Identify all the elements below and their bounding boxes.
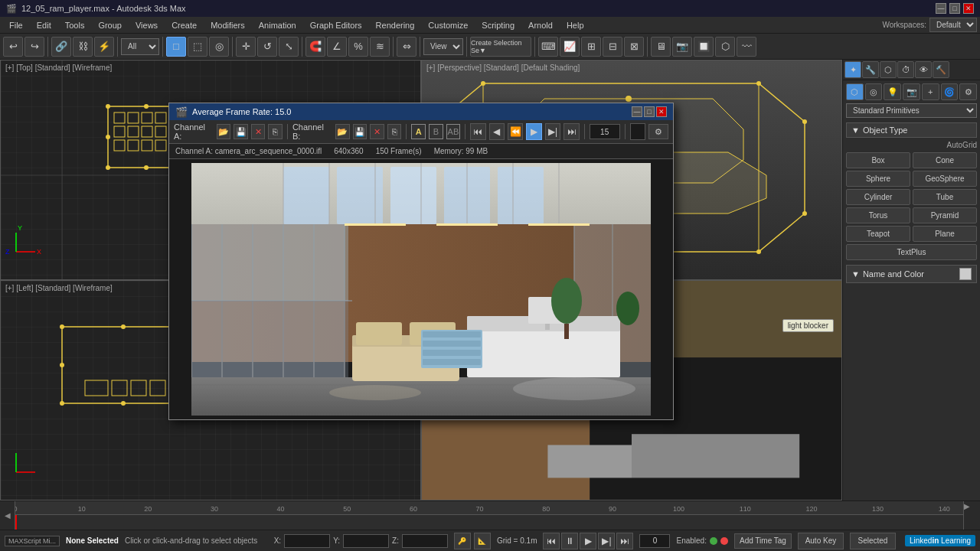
menu-arnold[interactable]: Arnold (522, 19, 559, 31)
y-input[interactable] (343, 534, 389, 548)
close-button[interactable]: ✕ (963, 3, 974, 14)
menu-tools[interactable]: Tools (59, 19, 91, 31)
ram-minimize-button[interactable]: — (632, 106, 642, 117)
timeline-scroll-right[interactable]: ▶ (963, 501, 980, 530)
channel-a-clear-btn[interactable]: ✕ (251, 124, 266, 139)
select-filter-dropdown[interactable]: All (121, 38, 159, 55)
timeline-track[interactable]: 0 10 20 30 40 50 60 70 80 90 100 110 120… (15, 501, 963, 530)
menu-file[interactable]: File (3, 19, 29, 31)
ram-player-title-bar[interactable]: 🎬 Average Frame Rate: 15.0 — □ ✕ (169, 103, 673, 120)
rotate-button[interactable]: ↺ (257, 37, 277, 57)
tube-button[interactable]: Tube (913, 189, 977, 205)
menu-help[interactable]: Help (560, 19, 590, 31)
render-btn[interactable]: 🖥 (651, 37, 671, 57)
prev-start-btn[interactable]: ⏮ (543, 533, 560, 549)
textplus-button[interactable]: TextPlus (846, 244, 977, 260)
ram-prev-btn[interactable]: ◀ (489, 123, 505, 140)
graph-btn[interactable]: 📈 (560, 37, 580, 57)
move-button[interactable]: ✛ (236, 37, 256, 57)
ram-play-fwd-btn[interactable]: ▶ (526, 123, 541, 140)
cols-btn[interactable]: ⊠ (624, 37, 644, 57)
create-tab[interactable]: ✦ (844, 61, 861, 78)
timeline-scroll-left[interactable]: ◀ (0, 501, 15, 530)
playhead[interactable] (15, 515, 17, 530)
geometry-subtab[interactable]: ⬡ (846, 83, 864, 100)
select-button[interactable]: □ (166, 37, 186, 57)
shapes-subtab[interactable]: ◎ (865, 83, 883, 100)
pyramid-button[interactable]: Pyramid (913, 207, 977, 223)
menu-scripting[interactable]: Scripting (475, 19, 521, 31)
hierarchy-tab[interactable]: ⬡ (880, 61, 897, 78)
channel-select-b[interactable]: B (429, 124, 443, 139)
cameras-subtab[interactable]: 📷 (903, 83, 920, 100)
primitives-dropdown[interactable]: Standard Primitives (846, 103, 977, 118)
grid-btn[interactable]: ⊞ (581, 37, 601, 57)
geosphere-button[interactable]: GeoSphere (913, 171, 977, 187)
cylinder-button[interactable]: Cylinder (846, 189, 910, 205)
auto-key-button[interactable]: Auto Key (798, 533, 844, 549)
x-input[interactable] (284, 534, 330, 548)
torus-button[interactable]: Torus (846, 207, 910, 223)
prev-frame-btn[interactable]: ⏸ (561, 533, 578, 549)
viewport-layout-dropdown[interactable]: View (423, 38, 463, 55)
z-input[interactable] (402, 534, 448, 548)
channel-select-a[interactable]: A (411, 124, 426, 139)
display-tab[interactable]: 👁 (915, 61, 932, 78)
undo-button[interactable]: ↩ (3, 37, 23, 57)
status-anim-mode-btn[interactable]: 📐 (474, 533, 491, 549)
select-region-button[interactable]: ⬚ (188, 37, 207, 57)
render2-btn[interactable]: 📷 (672, 37, 692, 57)
menu-animation[interactable]: Animation (253, 19, 302, 31)
channel-a-save-btn[interactable]: 💾 (234, 124, 248, 139)
workspaces-dropdown[interactable]: Default (929, 18, 977, 32)
status-create-key-btn[interactable]: 🔑 (454, 533, 471, 549)
snap-button[interactable]: 🧲 (305, 37, 325, 57)
ram-maximize-button[interactable]: □ (644, 106, 655, 117)
channel-b-clear-btn[interactable]: ✕ (370, 124, 384, 139)
menu-graph-editors[interactable]: Graph Editors (304, 19, 368, 31)
redo-button[interactable]: ↪ (24, 37, 44, 57)
maximize-button[interactable]: □ (949, 3, 960, 14)
select-lasso-button[interactable]: ◎ (209, 37, 229, 57)
tl-arrow-left[interactable]: ◀ (5, 511, 11, 520)
kbd-shortcut-btn[interactable]: ⌨ (538, 37, 558, 57)
create-sel-btn[interactable]: Create Selection Se▼ (470, 37, 531, 57)
sphere-button[interactable]: Sphere (846, 171, 910, 187)
spinner-snap-button[interactable]: ≋ (370, 37, 390, 57)
next-frame-btn[interactable]: ▶| (598, 533, 615, 549)
teapot-button[interactable]: Teapot (846, 226, 910, 242)
lights-subtab[interactable]: 💡 (884, 83, 901, 100)
scale-button[interactable]: ⤡ (279, 37, 299, 57)
ram-fps-input[interactable] (590, 124, 620, 139)
minimize-button[interactable]: — (936, 3, 946, 14)
time-tag-button[interactable]: Add Time Tag (734, 533, 792, 549)
ram-next-btn[interactable]: ▶| (545, 123, 560, 140)
menu-group[interactable]: Group (92, 19, 128, 31)
menu-modifiers[interactable]: Modifiers (204, 19, 251, 31)
unlink-button[interactable]: ⛓ (73, 37, 93, 57)
utilities-tab[interactable]: 🔨 (933, 61, 949, 78)
channel-b-clone-btn[interactable]: ⎘ (387, 124, 402, 139)
timeline-bar[interactable] (15, 515, 963, 530)
spacewarps-subtab[interactable]: 🌀 (941, 83, 959, 100)
bind-button[interactable]: ⚡ (94, 37, 114, 57)
render3-btn[interactable]: 🔲 (694, 37, 714, 57)
ram-image-area[interactable] (169, 159, 673, 419)
channel-b-open-btn[interactable]: 📂 (335, 124, 350, 139)
cone-button[interactable]: Cone (913, 152, 977, 168)
menu-create[interactable]: Create (165, 19, 203, 31)
name-and-color-section[interactable]: ▼ Name and Color (846, 265, 977, 283)
helpers-subtab[interactable]: + (922, 83, 939, 100)
plane-button[interactable]: Plane (913, 226, 977, 242)
motion-tab[interactable]: ⏱ (897, 61, 914, 78)
ram-color-swatch[interactable] (630, 123, 645, 140)
percent-snap-button[interactable]: % (348, 37, 368, 57)
ram-next-end-btn[interactable]: ⏭ (564, 123, 579, 140)
next-end-btn[interactable]: ⏭ (616, 533, 633, 549)
ram-play-back-btn[interactable]: ⏪ (508, 123, 523, 140)
table-btn[interactable]: ⊟ (603, 37, 622, 57)
angle-snap-button[interactable]: ∠ (327, 37, 347, 57)
name-color-swatch[interactable] (959, 268, 972, 280)
curve-btn[interactable]: 〰 (737, 37, 756, 57)
frame-input[interactable] (639, 534, 670, 548)
